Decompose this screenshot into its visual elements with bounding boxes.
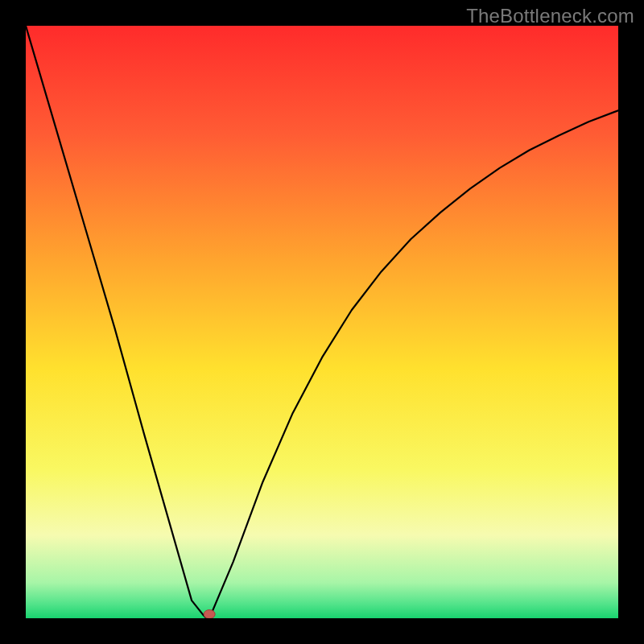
chart-frame: TheBottleneck.com (0, 0, 644, 644)
plot-area (26, 26, 618, 618)
min-marker (204, 610, 215, 619)
watermark-text: TheBottleneck.com (466, 5, 634, 27)
gradient-background (26, 26, 618, 618)
chart-svg (26, 26, 618, 618)
